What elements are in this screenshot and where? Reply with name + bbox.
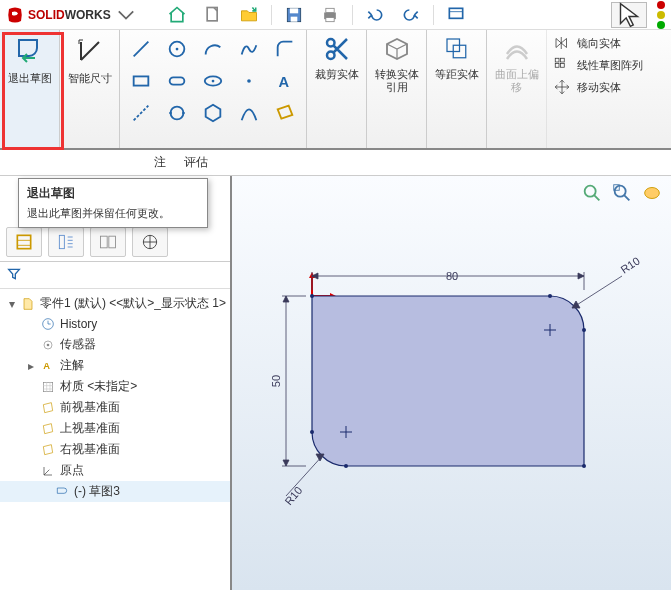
titlebar: SOLIDWORKS	[0, 0, 671, 30]
fillet-tool[interactable]	[268, 34, 302, 64]
ribbon-tabs: x 注 评估	[0, 150, 671, 176]
plane-tool[interactable]	[268, 98, 302, 128]
status-lights	[657, 1, 665, 29]
svg-point-55	[310, 294, 314, 298]
rectangle-tool[interactable]	[124, 66, 158, 96]
zoom-fit-icon[interactable]	[581, 182, 603, 204]
svg-rect-33	[101, 236, 108, 248]
svg-rect-30	[561, 64, 565, 68]
viewport[interactable]: 80 50 R10 R10	[232, 176, 671, 590]
app-logo: SOLIDWORKS	[6, 6, 135, 24]
open-button[interactable]	[233, 2, 265, 28]
curve-offset-label: 曲面上偏移	[493, 68, 540, 94]
svg-line-9	[134, 42, 149, 57]
svg-point-57	[582, 328, 586, 332]
new-button[interactable]	[197, 2, 229, 28]
mirror-button[interactable]: 镜向实体	[553, 34, 643, 52]
parabola-tool[interactable]	[232, 98, 266, 128]
svg-marker-69	[578, 273, 584, 279]
options-button[interactable]	[440, 2, 472, 28]
trim-button[interactable]: 裁剪实体	[307, 30, 367, 148]
svg-rect-28	[561, 58, 565, 62]
zoom-area-icon[interactable]	[611, 182, 633, 204]
undo-button[interactable]	[359, 2, 391, 28]
svg-line-75	[572, 276, 622, 308]
offset-label: 等距实体	[435, 68, 479, 81]
svg-point-15	[212, 80, 215, 83]
polygon-tool[interactable]	[196, 98, 230, 128]
sketch-tools-grid: A	[120, 30, 307, 148]
tree-history[interactable]: History	[0, 314, 230, 334]
smart-dimension-button[interactable]: 智能尺寸	[60, 30, 120, 148]
svg-point-59	[344, 464, 348, 468]
svg-rect-32	[59, 235, 64, 248]
circle-tool[interactable]	[160, 34, 194, 64]
filter-row[interactable]	[0, 262, 230, 289]
exit-sketch-button[interactable]: 退出草图	[0, 30, 60, 148]
tree-right-plane[interactable]: 右视基准面	[0, 439, 230, 460]
text-tool[interactable]: A	[268, 66, 302, 96]
svg-rect-42	[43, 382, 52, 391]
perimeter-circle-tool[interactable]	[160, 98, 194, 128]
tree-root[interactable]: ▾零件1 (默认) <<默认>_显示状态 1>	[0, 293, 230, 314]
feature-tree: ▾零件1 (默认) <<默认>_显示状态 1> History 传感器 ▸A注解…	[0, 289, 230, 506]
right-tools: 镜向实体 线性草图阵列 移动实体	[547, 30, 649, 148]
spline-tool[interactable]	[232, 34, 266, 64]
curve-offset-button[interactable]: 曲面上偏移	[487, 30, 547, 148]
ellipse-tool[interactable]	[196, 66, 230, 96]
svg-rect-13	[170, 77, 185, 84]
config-manager-tab[interactable]	[90, 227, 126, 257]
svg-rect-34	[109, 236, 116, 248]
offset-button[interactable]: 等距实体	[427, 30, 487, 148]
svg-line-18	[134, 106, 149, 121]
tree-front-plane[interactable]: 前视基准面	[0, 397, 230, 418]
svg-rect-6	[326, 17, 334, 21]
feature-tree-panel: ▾零件1 (默认) <<默认>_显示状态 1> History 传感器 ▸A注解…	[0, 176, 232, 590]
home-button[interactable]	[161, 2, 193, 28]
redo-button[interactable]	[395, 2, 427, 28]
chevron-down-icon[interactable]	[117, 6, 135, 24]
tree-annotations[interactable]: ▸A注解	[0, 355, 230, 376]
ribbon: 退出草图 智能尺寸 A 裁剪实体 转换实体引用 等距实体 曲面上偏移	[0, 30, 671, 150]
trim-label: 裁剪实体	[315, 68, 359, 81]
svg-rect-3	[290, 16, 297, 21]
slot-tool[interactable]	[160, 66, 194, 96]
view-tools	[581, 182, 663, 204]
line-tool[interactable]	[124, 34, 158, 64]
tab-evaluate[interactable]: 评估	[184, 154, 208, 171]
svg-rect-7	[449, 8, 462, 18]
dim-height: 50	[270, 375, 282, 387]
property-manager-tab[interactable]	[48, 227, 84, 257]
svg-point-11	[176, 48, 179, 51]
svg-rect-31	[17, 235, 30, 248]
tree-origin[interactable]: 原点	[0, 460, 230, 481]
dimxpert-tab[interactable]	[132, 227, 168, 257]
svg-marker-73	[283, 296, 289, 302]
tree-sketch3[interactable]: (-) 草图3	[0, 481, 230, 502]
move-button[interactable]: 移动实体	[553, 78, 643, 96]
tab-annotate[interactable]: 注	[154, 154, 166, 171]
panel-tabs	[0, 222, 230, 262]
tooltip: 退出草图 退出此草图并保留任何更改。	[18, 178, 208, 228]
print-button[interactable]	[314, 2, 346, 28]
smart-dim-label: 智能尺寸	[68, 72, 112, 85]
linear-pattern-button[interactable]: 线性草图阵列	[553, 56, 643, 74]
feature-manager-tab[interactable]	[6, 227, 42, 257]
svg-rect-2	[290, 8, 298, 13]
tree-material[interactable]: 材质 <未指定>	[0, 376, 230, 397]
tree-top-plane[interactable]: 上视基准面	[0, 418, 230, 439]
centerline-tool[interactable]	[124, 98, 158, 128]
arc-tool[interactable]	[196, 34, 230, 64]
appearance-icon[interactable]	[641, 182, 663, 204]
svg-point-16	[247, 79, 251, 83]
svg-point-40	[47, 343, 50, 346]
dim-width: 80	[446, 270, 458, 282]
tree-sensors[interactable]: 传感器	[0, 334, 230, 355]
select-tool[interactable]	[611, 2, 647, 28]
tooltip-body: 退出此草图并保留任何更改。	[27, 206, 199, 221]
point-tool[interactable]	[232, 66, 266, 96]
convert-button[interactable]: 转换实体引用	[367, 30, 427, 148]
dim-r2: R10	[282, 484, 304, 507]
save-button[interactable]	[278, 2, 310, 28]
svg-rect-5	[326, 8, 334, 12]
